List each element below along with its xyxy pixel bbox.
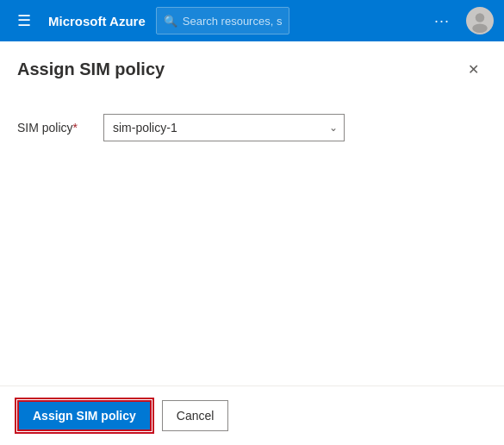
sim-policy-select-wrapper: sim-policy-1 sim-policy-2 sim-policy-3 ⌄ (103, 114, 345, 141)
cancel-button[interactable]: Cancel (162, 400, 229, 431)
svg-point-1 (472, 24, 488, 34)
sim-policy-label: SIM policy* (17, 121, 86, 135)
close-button[interactable]: ✕ (459, 55, 487, 83)
search-input[interactable] (183, 15, 282, 28)
required-indicator: * (73, 121, 78, 135)
panel-footer: Assign SIM policy Cancel (0, 385, 504, 445)
close-icon: ✕ (468, 61, 479, 78)
search-icon: 🔍 (164, 15, 177, 28)
avatar[interactable] (466, 7, 494, 34)
panel-body: SIM policy* sim-policy-1 sim-policy-2 si… (0, 97, 504, 385)
more-options-icon[interactable]: ··· (428, 7, 456, 34)
main-panel: Assign SIM policy ✕ SIM policy* sim-poli… (0, 41, 504, 445)
hamburger-icon[interactable]: ☰ (10, 7, 38, 34)
panel-header: Assign SIM policy ✕ (0, 41, 504, 97)
nav-bar: ☰ Microsoft Azure 🔍 ··· (0, 0, 504, 41)
assign-sim-policy-button[interactable]: Assign SIM policy (17, 400, 152, 431)
azure-logo-title: Microsoft Azure (48, 14, 146, 28)
panel-title: Assign SIM policy (17, 60, 165, 79)
sim-policy-form-group: SIM policy* sim-policy-1 sim-policy-2 si… (17, 114, 487, 141)
svg-point-0 (476, 13, 485, 22)
sim-policy-select[interactable]: sim-policy-1 sim-policy-2 sim-policy-3 (103, 114, 345, 141)
search-bar[interactable]: 🔍 (156, 7, 289, 34)
